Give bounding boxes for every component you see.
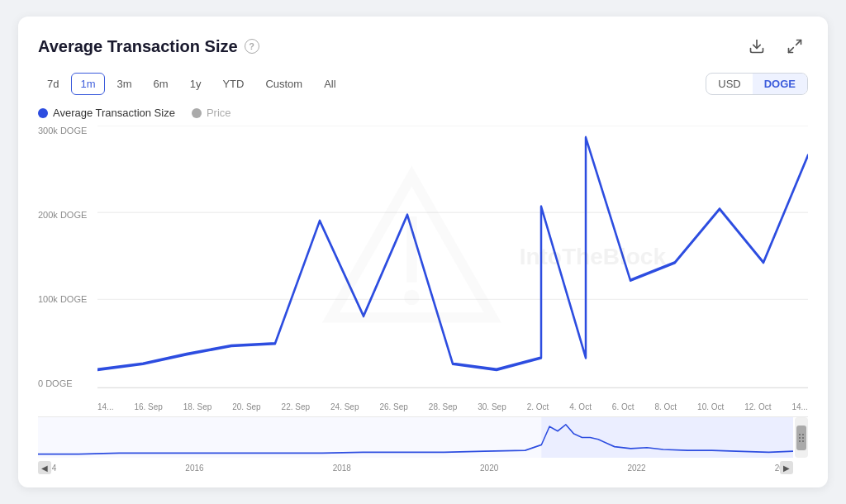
filter-3m[interactable]: 3m	[108, 73, 141, 95]
x-label-12: 8. Oct	[654, 402, 677, 411]
toolbar: 7d 1m 3m 6m 1y YTD Custom All USD DOGE	[38, 73, 808, 95]
nav-right-arrow[interactable]: ▶	[780, 461, 793, 474]
download-button[interactable]	[744, 33, 770, 59]
y-label-100k: 100k DOGE	[38, 294, 96, 304]
nav-left-arrow[interactable]: ◀	[38, 461, 51, 474]
legend-avg-label: Average Transaction Size	[53, 107, 175, 119]
mini-chart-section: 2014 2016 2018 2020 2022 2024	[38, 416, 808, 474]
currency-toggle: USD DOGE	[706, 73, 808, 95]
scroll-dots	[799, 434, 804, 442]
x-label-6: 26. Sep	[379, 402, 407, 411]
main-card: Average Transaction Size ?	[18, 17, 828, 487]
x-label-13: 10. Oct	[697, 402, 724, 411]
mini-line-chart	[38, 417, 793, 458]
filter-6m[interactable]: 6m	[145, 73, 178, 95]
x-label-0: 14...	[97, 402, 113, 411]
filter-1m[interactable]: 1m	[71, 73, 104, 95]
chart-legend: Average Transaction Size Price	[38, 107, 808, 119]
x-label-8: 30. Sep	[478, 402, 506, 411]
card-header: Average Transaction Size ?	[38, 33, 808, 59]
x-label-5: 24. Sep	[330, 402, 359, 411]
x-label-11: 6. Oct	[612, 402, 634, 411]
legend-avg-tx: Average Transaction Size	[38, 107, 175, 119]
y-label-300k: 300k DOGE	[38, 126, 96, 136]
scroll-handle[interactable]	[796, 426, 806, 450]
x-label-9: 2. Oct	[527, 402, 549, 411]
time-filters: 7d 1m 3m 6m 1y YTD Custom All	[38, 73, 345, 95]
legend-price: Price	[192, 107, 231, 119]
chart-area: 0 DOGE 100k DOGE 200k DOGE 300k DOGE Int…	[38, 126, 808, 474]
x-label-1: 16. Sep	[134, 402, 162, 411]
x-label-7: 28. Sep	[429, 402, 457, 411]
x-label-3: 20. Sep	[232, 402, 260, 411]
mini-nav: ◀ ▶	[38, 461, 793, 474]
y-label-200k: 200k DOGE	[38, 210, 96, 220]
filter-ytd[interactable]: YTD	[213, 73, 253, 95]
y-label-0: 0 DOGE	[38, 378, 96, 388]
header-left: Average Transaction Size ?	[38, 37, 259, 56]
filter-custom[interactable]: Custom	[256, 73, 311, 95]
mini-scrollbar[interactable]	[795, 417, 808, 458]
x-label-14: 12. Oct	[744, 402, 771, 411]
mini-chart-svg	[38, 417, 793, 458]
main-chart: 0 DOGE 100k DOGE 200k DOGE 300k DOGE Int…	[38, 126, 808, 413]
page-title: Average Transaction Size	[38, 37, 238, 56]
legend-dot-gray	[192, 108, 202, 118]
legend-price-label: Price	[207, 107, 231, 119]
header-actions	[744, 33, 808, 59]
currency-usd[interactable]: USD	[706, 74, 752, 94]
chart-svg-area: IntoTheBlock	[97, 126, 808, 388]
x-label-10: 4. Oct	[569, 402, 592, 411]
help-icon[interactable]: ?	[245, 39, 259, 54]
x-axis: 14... 16. Sep 18. Sep 20. Sep 22. Sep 24…	[97, 402, 808, 411]
main-line-chart	[97, 126, 808, 388]
currency-doge[interactable]: DOGE	[753, 74, 807, 94]
x-label-4: 22. Sep	[282, 402, 310, 411]
svg-line-2	[789, 48, 794, 53]
y-axis: 0 DOGE 100k DOGE 200k DOGE 300k DOGE	[38, 126, 96, 388]
x-label-15: 14...	[791, 402, 807, 411]
svg-line-1	[796, 40, 801, 45]
expand-button[interactable]	[782, 33, 808, 59]
filter-1y[interactable]: 1y	[181, 73, 211, 95]
x-label-2: 18. Sep	[183, 402, 212, 411]
legend-dot-blue	[38, 108, 48, 118]
filter-all[interactable]: All	[315, 73, 345, 95]
filter-7d[interactable]: 7d	[38, 73, 68, 95]
